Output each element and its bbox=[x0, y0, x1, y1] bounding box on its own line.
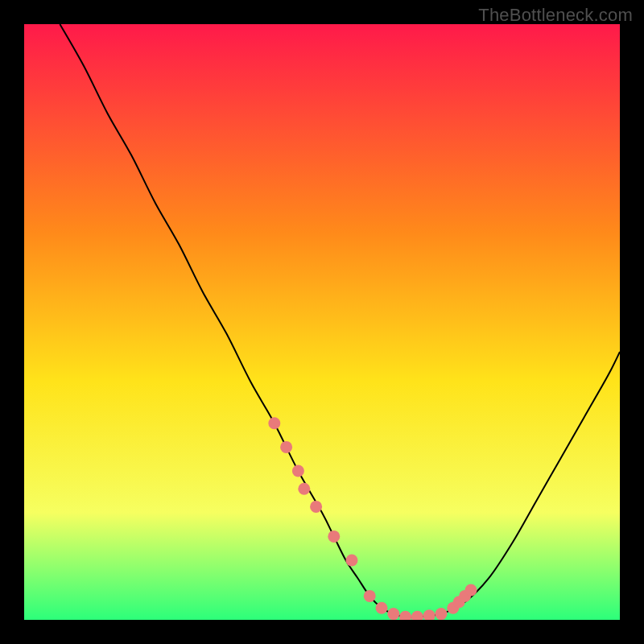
highlight-dot bbox=[268, 417, 280, 429]
highlight-dot bbox=[465, 584, 477, 597]
chart-svg bbox=[24, 24, 620, 620]
gradient-background bbox=[24, 24, 620, 620]
plot-area bbox=[24, 24, 620, 620]
highlight-dot bbox=[310, 501, 322, 513]
highlight-dot bbox=[328, 530, 340, 543]
highlight-dot bbox=[376, 602, 388, 614]
chart-stage: TheBottleneck.com bbox=[0, 0, 644, 644]
highlight-dot bbox=[346, 555, 358, 567]
watermark-text: TheBottleneck.com bbox=[478, 5, 633, 26]
highlight-dot bbox=[298, 483, 310, 495]
highlight-dot bbox=[280, 441, 292, 453]
highlight-dot bbox=[387, 608, 399, 620]
highlight-dot bbox=[436, 608, 448, 620]
highlight-dot bbox=[364, 590, 376, 602]
highlight-dot bbox=[292, 465, 304, 477]
